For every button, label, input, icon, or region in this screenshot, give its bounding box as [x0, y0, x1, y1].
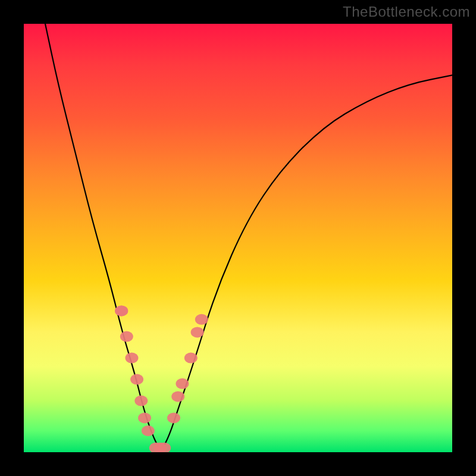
chart-frame: TheBottleneck.com: [0, 0, 476, 476]
data-marker: [167, 412, 180, 423]
data-markers: [115, 305, 208, 452]
data-marker: [184, 353, 198, 364]
bottleneck-curve: [45, 24, 452, 448]
plot-area: [24, 24, 452, 452]
watermark-text: TheBottleneck.com: [343, 4, 470, 20]
data-marker: [191, 327, 204, 337]
data-marker: [171, 391, 184, 402]
data-marker: [130, 374, 143, 385]
data-marker: [115, 305, 128, 316]
curve-svg: [24, 24, 452, 452]
data-marker: [138, 412, 151, 423]
data-marker: [176, 378, 189, 389]
data-marker: [125, 353, 138, 364]
data-marker: [195, 314, 208, 325]
data-marker: [134, 396, 148, 406]
data-marker: [142, 425, 155, 436]
data-marker: [120, 331, 133, 342]
